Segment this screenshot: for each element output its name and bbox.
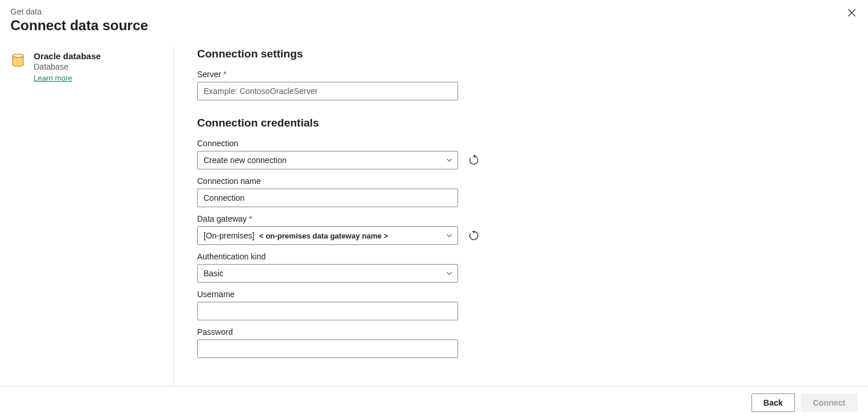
gateway-label: Data gateway * — [197, 214, 868, 223]
source-category: Database — [34, 62, 101, 71]
auth-kind-label: Authentication kind — [197, 252, 868, 261]
chevron-down-icon — [446, 157, 453, 164]
svg-point-0 — [13, 54, 23, 57]
required-asterisk: * — [249, 214, 252, 223]
username-label: Username — [197, 290, 868, 299]
field-auth-kind: Authentication kind Basic — [197, 252, 868, 283]
connect-button[interactable]: Connect — [801, 393, 858, 412]
refresh-gateway-button[interactable] — [468, 230, 479, 241]
dialog-body: Oracle database Database Learn more Conn… — [0, 46, 868, 389]
field-password: Password — [197, 327, 868, 358]
oracle-database-icon — [10, 52, 26, 68]
page-title: Connect data source — [10, 17, 858, 34]
field-gateway: Data gateway * [On-premises] < on-premis… — [197, 214, 868, 245]
password-label: Password — [197, 327, 868, 337]
breadcrumb: Get data — [10, 7, 858, 16]
close-icon — [847, 8, 856, 17]
main-form: Connection settings Server * Connection … — [174, 46, 868, 389]
chevron-down-icon — [446, 232, 453, 239]
close-button[interactable] — [846, 7, 858, 19]
gateway-select[interactable]: [On-premises] < on-premises data gateway… — [197, 226, 458, 245]
back-button[interactable]: Back — [751, 393, 795, 412]
password-input[interactable] — [197, 339, 458, 358]
source-info: Oracle database Database Learn more — [34, 51, 101, 83]
connection-label: Connection — [197, 139, 868, 148]
field-username: Username — [197, 290, 868, 320]
chevron-down-icon — [446, 270, 453, 277]
source-item: Oracle database Database Learn more — [10, 51, 173, 83]
refresh-icon — [468, 155, 479, 165]
dialog-header: Get data Connect data source — [0, 0, 868, 34]
connection-name-label: Connection name — [197, 176, 868, 186]
field-connection-name: Connection name — [197, 176, 868, 207]
refresh-icon — [468, 230, 479, 241]
section-connection-settings: Connection settings — [197, 48, 868, 60]
field-server: Server * — [197, 70, 868, 100]
auth-kind-select[interactable]: Basic — [197, 264, 458, 283]
username-input[interactable] — [197, 302, 458, 320]
connection-select[interactable]: Create new connection — [197, 151, 458, 169]
server-input[interactable] — [197, 82, 458, 100]
field-connection: Connection Create new connection — [197, 139, 868, 169]
server-label: Server * — [197, 70, 868, 79]
required-asterisk: * — [223, 70, 226, 79]
refresh-connection-button[interactable] — [468, 155, 479, 165]
connection-name-input[interactable] — [197, 189, 458, 207]
sidebar: Oracle database Database Learn more — [0, 46, 174, 389]
learn-more-link[interactable]: Learn more — [34, 74, 72, 82]
dialog-footer: Back Connect — [0, 386, 868, 419]
source-name: Oracle database — [34, 51, 101, 61]
section-connection-credentials: Connection credentials — [197, 117, 868, 129]
